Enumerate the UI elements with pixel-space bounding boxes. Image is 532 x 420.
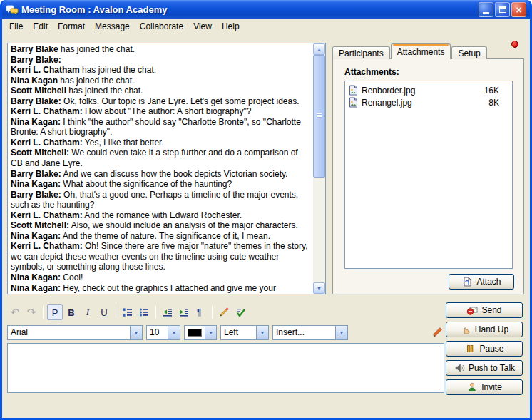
push-to-talk-icon	[454, 362, 465, 374]
tab-label: Participants	[339, 48, 384, 58]
formatting-toolbar: ↶ ↷ P B I U ¶	[7, 303, 444, 322]
font-family-select[interactable]: Arial ▼	[7, 325, 143, 340]
maximize-button[interactable]	[495, 2, 510, 17]
chat-log[interactable]: Barry Blake has joined the chat.Barry Bl…	[7, 43, 326, 294]
attachment-row[interactable]: Renangel.jpg 8K	[345, 96, 512, 108]
chevron-down-icon[interactable]: ▼	[130, 326, 142, 339]
attachment-row[interactable]: Renborder.jpg 16K	[345, 84, 512, 96]
close-icon: ×	[516, 5, 521, 15]
text-direction-button[interactable]: ¶	[193, 304, 208, 320]
titlebar[interactable]: Meeting Room : Avalon Academy ×	[2, 0, 530, 19]
chevron-down-icon[interactable]: ▼	[256, 326, 268, 339]
attachment-list[interactable]: Renborder.jpg 16K Renangel.jpg 8K	[344, 81, 513, 269]
chat-message: Nina Kagan has joined the chat.	[11, 76, 310, 86]
menu-message[interactable]: Message	[90, 20, 135, 33]
chat-messages: Barry Blake has joined the chat.Barry Bl…	[8, 43, 313, 294]
chat-scrollbar[interactable]: ▲ ▼	[313, 43, 325, 294]
underline-button[interactable]: U	[96, 304, 112, 320]
insert-value: Insert...	[273, 326, 335, 339]
maximize-icon	[499, 6, 506, 13]
chat-message: Scott Mitchell: Also, we should include …	[11, 220, 310, 231]
alignment-select[interactable]: Left ▼	[220, 325, 269, 340]
chat-message: Kerri L. Chatham: Oh! Since there are fi…	[11, 241, 310, 272]
font-size-select[interactable]: 10 ▼	[146, 325, 180, 340]
undo-button[interactable]: ↶	[7, 304, 23, 320]
image-file-icon	[348, 97, 359, 108]
menu-view[interactable]: View	[188, 20, 217, 33]
font-controls-row: Arial ▼ 10 ▼ ▼ Left ▼ Insert... ▼	[7, 324, 444, 340]
panel-tabs: Participants Attachments Setup	[332, 43, 488, 59]
toolbar-separator	[212, 306, 213, 319]
attach-button[interactable]: Attach	[449, 274, 514, 290]
numbered-list-button[interactable]	[120, 304, 135, 320]
chevron-down-icon[interactable]: ▼	[205, 326, 216, 339]
tab-attachments[interactable]: Attachments	[391, 43, 451, 59]
bulleted-list-button[interactable]	[136, 304, 152, 320]
font-size-value: 10	[147, 326, 168, 339]
insert-select[interactable]: Insert... ▼	[272, 325, 348, 340]
scroll-up-icon: ▲	[317, 47, 322, 52]
send-icon	[466, 304, 478, 316]
scrollbar-thumb[interactable]	[313, 55, 325, 178]
highlight-button[interactable]	[216, 304, 232, 320]
tab-label: Setup	[458, 48, 480, 58]
chat-message: Kerri L. Chatham: And the romance with E…	[11, 210, 310, 221]
send-button[interactable]: Send	[446, 302, 523, 318]
alignment-value: Left	[221, 326, 256, 339]
attach-label: Attach	[476, 277, 501, 287]
edit-pencil-icon[interactable]	[431, 326, 444, 339]
font-color-select[interactable]: ▼	[184, 325, 217, 340]
scroll-down-button[interactable]: ▼	[313, 282, 325, 294]
menu-format[interactable]: Format	[53, 20, 90, 33]
attach-icon	[461, 276, 473, 287]
redo-button[interactable]: ↷	[24, 304, 39, 320]
bold-button[interactable]: B	[63, 304, 79, 320]
attachment-size: 16K	[471, 86, 499, 96]
spell-check-button[interactable]	[232, 304, 248, 320]
attachment-name: Renborder.jpg	[362, 86, 471, 96]
menu-help[interactable]: Help	[217, 20, 245, 33]
pause-button[interactable]: Pause	[446, 341, 523, 357]
attachment-name: Renangel.jpg	[362, 98, 471, 108]
hand-up-label: Hand Up	[475, 324, 508, 334]
chat-message: Barry Blake: And we can discuss how the …	[11, 169, 310, 180]
message-input[interactable]	[7, 343, 444, 393]
chevron-down-icon[interactable]: ▼	[168, 326, 180, 339]
chat-message: Nina Kagan: And the theme of nature. The…	[11, 231, 310, 242]
menu-edit[interactable]: Edit	[28, 20, 53, 33]
decrease-indent-button[interactable]	[160, 304, 175, 320]
scroll-up-button[interactable]: ▲	[313, 43, 325, 55]
chat-message: Barry Blake has joined the chat.	[11, 44, 310, 55]
invite-button[interactable]: Invite	[446, 379, 523, 395]
increase-indent-button[interactable]	[176, 304, 192, 320]
menubar: File Edit Format Message Collaborate Vie…	[2, 19, 530, 34]
chat-message: Nina Kagan: Cool!	[11, 272, 310, 283]
attachment-size: 8K	[471, 98, 499, 108]
menu-collaborate[interactable]: Collaborate	[135, 20, 188, 33]
chevron-down-icon[interactable]: ▼	[335, 326, 347, 339]
chat-message: Scott Mitchell has joined the chat.	[11, 86, 310, 96]
pause-label: Pause	[479, 344, 503, 354]
tab-label: Attachments	[397, 47, 445, 57]
minimize-button[interactable]	[479, 2, 493, 17]
scrollbar-track[interactable]	[313, 55, 325, 282]
paragraph-button[interactable]: P	[47, 304, 63, 320]
italic-button[interactable]: I	[80, 304, 96, 320]
tab-participants[interactable]: Participants	[332, 46, 390, 59]
redo-icon: ↷	[27, 306, 36, 319]
chat-message: Kerri L. Chatham: How about "The author:…	[11, 106, 310, 117]
menu-file[interactable]: File	[4, 20, 28, 33]
push-to-talk-button[interactable]: Push to Talk	[446, 360, 523, 376]
chat-message: Scott Mitchell: We could even take it a …	[11, 148, 310, 168]
hand-up-button[interactable]: Hand Up	[446, 322, 523, 337]
tab-setup[interactable]: Setup	[451, 46, 486, 59]
svg-text:¶: ¶	[197, 307, 201, 317]
hand-up-icon	[460, 324, 471, 335]
chat-message: Nina Kagan: I think "the author" should …	[11, 117, 310, 138]
chat-message: Nina Kagan: Hey, check out the graphics …	[11, 283, 310, 294]
close-button[interactable]: ×	[511, 2, 526, 17]
chat-message: Kerri L. Chatham has joined the chat.	[11, 65, 310, 76]
minimize-icon	[483, 12, 489, 14]
toolbar-separator	[155, 306, 156, 319]
color-swatch	[188, 329, 202, 337]
